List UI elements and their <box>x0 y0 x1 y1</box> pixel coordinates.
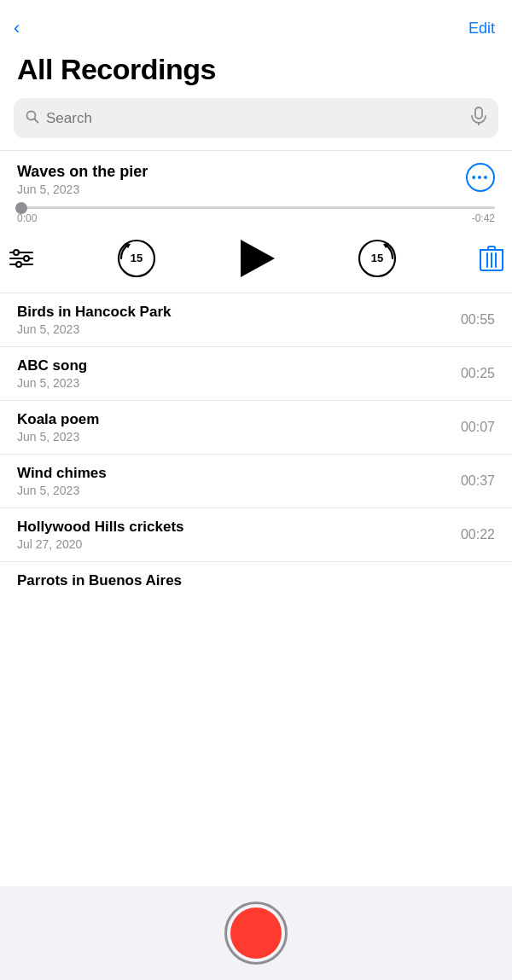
list-item-date: Jun 5, 2023 <box>17 322 171 336</box>
search-icon <box>26 110 39 127</box>
svg-point-9 <box>16 262 21 267</box>
expanded-recording-info: Waves on the pier Jun 5, 2023 <box>17 163 148 196</box>
list-item-duration: 00:22 <box>461 527 495 542</box>
options-button[interactable] <box>9 248 34 269</box>
list-item-info: Koala poem Jun 5, 2023 <box>17 411 99 444</box>
svg-rect-2 <box>475 107 482 119</box>
edit-button[interactable]: Edit <box>468 20 495 38</box>
svg-line-1 <box>35 119 38 122</box>
search-bar[interactable] <box>14 98 498 138</box>
progress-thumb[interactable] <box>15 202 27 214</box>
playback-controls: 15 15 <box>0 229 512 293</box>
list-item[interactable]: Wind chimes Jun 5, 2023 00:37 <box>0 455 512 508</box>
bottom-bar <box>0 886 512 980</box>
search-container <box>14 98 498 138</box>
expanded-recording-date: Jun 5, 2023 <box>17 183 148 196</box>
list-item-info: ABC song Jun 5, 2023 <box>17 357 87 390</box>
list-item-date: Jul 27, 2020 <box>17 537 184 551</box>
list-item-date: Jun 5, 2023 <box>17 484 107 497</box>
recordings-list: Birds in Hancock Park Jun 5, 2023 00:55 … <box>0 293 512 562</box>
partial-list-item[interactable]: Parrots in Buenos Aires <box>0 562 512 596</box>
time-current: 0:00 <box>17 212 37 224</box>
record-button[interactable] <box>224 902 288 965</box>
expanded-recording: Waves on the pier Jun 5, 2023 ••• 0:00 -… <box>0 151 512 224</box>
delete-button[interactable] <box>480 245 503 272</box>
partial-item-title: Parrots in Buenos Aires <box>17 572 495 589</box>
time-remaining: -0:42 <box>472 212 495 224</box>
list-item[interactable]: Birds in Hancock Park Jun 5, 2023 00:55 <box>0 293 512 347</box>
play-button[interactable] <box>239 240 275 277</box>
svg-point-7 <box>24 256 29 261</box>
search-input[interactable] <box>46 110 464 127</box>
back-button[interactable]: ‹ <box>14 14 26 43</box>
list-item-title: Birds in Hancock Park <box>17 304 171 321</box>
list-item-duration: 00:55 <box>461 312 495 328</box>
more-dots-icon: ••• <box>472 171 490 183</box>
skip-forward-button[interactable]: 15 <box>357 238 398 279</box>
list-item-info: Hollywood Hills crickets Jul 27, 2020 <box>17 519 184 551</box>
list-item-info: Birds in Hancock Park Jun 5, 2023 <box>17 304 171 336</box>
top-nav: ‹ Edit <box>0 0 512 49</box>
more-options-button[interactable]: ••• <box>466 163 495 192</box>
list-item-duration: 00:07 <box>461 420 495 435</box>
progress-track[interactable] <box>17 206 495 209</box>
list-item-info: Wind chimes Jun 5, 2023 <box>17 465 107 497</box>
microphone-icon[interactable] <box>471 107 486 130</box>
svg-point-5 <box>14 250 19 255</box>
expanded-recording-title: Waves on the pier <box>17 163 148 181</box>
list-item[interactable]: Hollywood Hills crickets Jul 27, 2020 00… <box>0 508 512 562</box>
list-item-title: Wind chimes <box>17 465 107 482</box>
skip-back-button[interactable]: 15 <box>116 238 157 279</box>
expanded-recording-header: Waves on the pier Jun 5, 2023 ••• <box>17 163 495 196</box>
list-item-duration: 00:37 <box>461 473 495 489</box>
list-item-title: Hollywood Hills crickets <box>17 519 184 536</box>
list-item[interactable]: ABC song Jun 5, 2023 00:25 <box>0 347 512 401</box>
list-item-title: ABC song <box>17 357 87 374</box>
record-button-inner <box>230 908 282 959</box>
list-item-date: Jun 5, 2023 <box>17 376 87 390</box>
svg-text:15: 15 <box>131 252 143 264</box>
time-labels: 0:00 -0:42 <box>17 212 495 224</box>
list-item-title: Koala poem <box>17 411 99 428</box>
svg-text:15: 15 <box>371 252 383 264</box>
page-title: All Recordings <box>0 49 512 98</box>
svg-marker-13 <box>241 240 275 277</box>
list-item[interactable]: Koala poem Jun 5, 2023 00:07 <box>0 401 512 455</box>
list-item-duration: 00:25 <box>461 366 495 381</box>
list-item-date: Jun 5, 2023 <box>17 430 99 444</box>
progress-container: 0:00 -0:42 <box>17 206 495 224</box>
